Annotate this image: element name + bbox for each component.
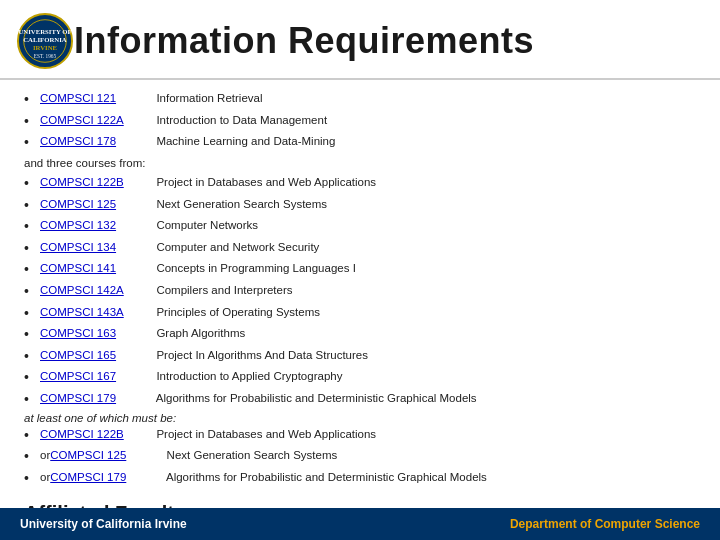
svg-text:EST. 1965: EST. 1965 [34,53,57,59]
bullet-icon: • [24,347,40,367]
course-prefix: or [40,447,50,463]
list-item: • COMPSCI 121 Information Retrieval [24,90,696,110]
elective-courses-list: • COMPSCI 122B Project in Databases and … [24,174,696,410]
bullet-icon: • [24,325,40,345]
course-desc: Introduction to Applied Cryptography [150,368,342,384]
course-desc: Graph Algorithms [150,325,245,341]
bullet-icon: • [24,447,40,467]
bullet-icon: • [24,112,40,132]
course-code[interactable]: COMPSCI 178 [40,133,150,149]
required-courses-list: • COMPSCI 121 Information Retrieval • CO… [24,90,696,153]
course-desc: Information Retrieval [150,90,263,106]
list-item: • COMPSCI 142A Compilers and Interpreter… [24,282,696,302]
bullet-icon: • [24,174,40,194]
main-content: • COMPSCI 121 Information Retrieval • CO… [0,80,720,496]
list-item: • or COMPSCI 179 Algorithms for Probabil… [24,469,696,489]
list-item: • COMPSCI 179 Algorithms for Probabilist… [24,390,696,410]
course-code[interactable]: COMPSCI 121 [40,90,150,106]
course-desc: Introduction to Data Management [150,112,327,128]
bullet-icon: • [24,260,40,280]
course-desc: Algorithms for Probabilistic and Determi… [160,469,487,485]
list-item: • COMPSCI 134 Computer and Network Secur… [24,239,696,259]
course-code[interactable]: COMPSCI 179 [40,390,150,406]
course-prefix: or [40,469,50,485]
list-item: • COMPSCI 122B Project in Databases and … [24,174,696,194]
course-code[interactable]: COMPSCI 122B [40,174,150,190]
course-desc: Next Generation Search Systems [160,447,337,463]
list-item: • COMPSCI 125 Next Generation Search Sys… [24,196,696,216]
bullet-icon: • [24,133,40,153]
course-code[interactable]: COMPSCI 134 [40,239,150,255]
atleast-label: at least one of which must be: [24,412,696,424]
atleast-courses-list: • COMPSCI 122B Project in Databases and … [24,426,696,489]
course-code[interactable]: COMPSCI 122B [40,426,150,442]
bullet-icon: • [24,239,40,259]
list-item: • COMPSCI 122B Project in Databases and … [24,426,696,446]
list-item: • COMPSCI 143A Principles of Operating S… [24,304,696,324]
course-code[interactable]: COMPSCI 125 [50,447,160,463]
bullet-icon: • [24,196,40,216]
bullet-icon: • [24,390,40,410]
three-courses-label: and three courses from: [24,155,696,172]
bullet-icon: • [24,217,40,237]
course-code[interactable]: COMPSCI 165 [40,347,150,363]
footer-university: University of California Irvine [0,508,360,540]
course-desc: Computer Networks [150,217,258,233]
course-desc: Next Generation Search Systems [150,196,327,212]
course-desc: Algorithms for Probabilistic and Determi… [150,390,477,406]
course-code[interactable]: COMPSCI 141 [40,260,150,276]
list-item: • COMPSCI 165 Project In Algorithms And … [24,347,696,367]
bullet-icon: • [24,368,40,388]
bullet-icon: • [24,90,40,110]
course-desc: Principles of Operating Systems [150,304,320,320]
course-code[interactable]: COMPSCI 132 [40,217,150,233]
list-item: • COMPSCI 132 Computer Networks [24,217,696,237]
footer-department: Department of Computer Science [360,508,720,540]
bullet-icon: • [24,304,40,324]
course-desc: Computer and Network Security [150,239,319,255]
list-item: • COMPSCI 163 Graph Algorithms [24,325,696,345]
course-code[interactable]: COMPSCI 179 [50,469,160,485]
course-desc: Concepts in Programming Languages I [150,260,356,276]
uci-logo: UNIVERSITY OF CALIFORNIA IRVINE EST. 196… [16,12,74,70]
course-code[interactable]: COMPSCI 143A [40,304,150,320]
course-code[interactable]: COMPSCI 125 [40,196,150,212]
list-item: • or COMPSCI 125 Next Generation Search … [24,447,696,467]
course-code[interactable]: COMPSCI 167 [40,368,150,384]
course-code[interactable]: COMPSCI 142A [40,282,150,298]
svg-text:UNIVERSITY OF: UNIVERSITY OF [18,28,71,35]
course-desc: Project In Algorithms And Data Structure… [150,347,368,363]
svg-text:CALIFORNIA: CALIFORNIA [23,36,67,43]
svg-text:IRVINE: IRVINE [33,44,58,51]
footer: University of California Irvine Departme… [0,508,720,540]
course-desc: Compilers and Interpreters [150,282,293,298]
course-desc: Project in Databases and Web Application… [150,426,376,442]
bullet-icon: • [24,469,40,489]
list-item: • COMPSCI 122A Introduction to Data Mana… [24,112,696,132]
page-title: Information Requirements [74,20,534,62]
list-item: • COMPSCI 141 Concepts in Programming La… [24,260,696,280]
list-item: • COMPSCI 167 Introduction to Applied Cr… [24,368,696,388]
list-item: • COMPSCI 178 Machine Learning and Data-… [24,133,696,153]
course-desc: Project in Databases and Web Application… [150,174,376,190]
bullet-icon: • [24,426,40,446]
course-desc: Machine Learning and Data-Mining [150,133,335,149]
course-code[interactable]: COMPSCI 163 [40,325,150,341]
bullet-icon: • [24,282,40,302]
header: UNIVERSITY OF CALIFORNIA IRVINE EST. 196… [0,0,720,80]
course-code[interactable]: COMPSCI 122A [40,112,150,128]
